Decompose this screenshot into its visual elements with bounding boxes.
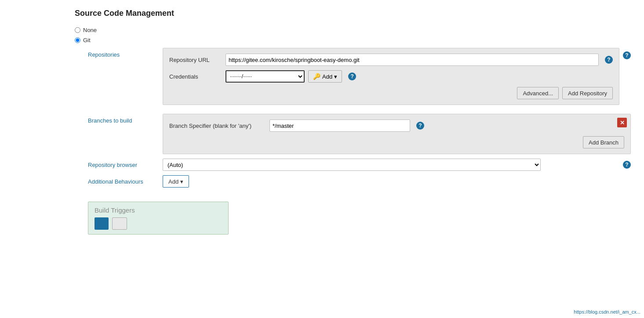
build-triggers-title: Build Triggers: [95, 206, 222, 214]
repo-buttons-row: Advanced... Add Repository: [169, 87, 613, 99]
add-credentials-label: Add: [322, 73, 332, 80]
repositories-label: Repositories: [88, 48, 163, 58]
repo-browser-help-icon[interactable]: ?: [623, 161, 631, 169]
watermark: https://blog.csdn.net/i_am_cx...: [574, 309, 640, 314]
repo-browser-select[interactable]: (Auto): [163, 159, 541, 171]
repo-url-help-icon[interactable]: ?: [605, 56, 613, 64]
credentials-label: Credentials: [169, 73, 222, 80]
branch-specifier-label: Branch Specifier (blank for 'any'): [169, 123, 266, 129]
branches-row: Branches to build ✕ Branch Specifier (bl…: [88, 114, 631, 154]
repositories-content: Repository URL ? Credentials ········/··…: [163, 48, 619, 109]
branches-box: ✕ Branch Specifier (blank for 'any') ? A…: [163, 114, 631, 154]
additional-behaviours-label: Additional Behaviours: [88, 178, 163, 185]
additional-add-button[interactable]: Add ▾: [163, 175, 189, 188]
build-triggers-btn1[interactable]: [95, 217, 109, 230]
build-triggers-section: Build Triggers: [88, 202, 229, 235]
page-title: Source Code Management: [75, 9, 631, 18]
build-triggers-btn2[interactable]: [112, 217, 127, 230]
branch-specifier-help-icon[interactable]: ?: [416, 122, 424, 130]
additional-add-chevron: ▾: [180, 178, 183, 185]
repo-box: Repository URL ? Credentials ········/··…: [163, 48, 619, 105]
branch-specifier-input[interactable]: [269, 119, 410, 132]
branches-buttons-row: Add Branch: [169, 136, 624, 148]
additional-behaviours-row: Additional Behaviours Add ▾: [88, 175, 631, 188]
credentials-row: Credentials ········/······ 🔑 Add ▾ ?: [169, 70, 613, 83]
radio-none[interactable]: None: [75, 27, 631, 33]
repo-browser-row: Repository browser (Auto) ?: [88, 159, 631, 171]
radio-git[interactable]: Git: [75, 37, 631, 43]
radio-none-input[interactable]: [75, 27, 80, 33]
add-credentials-chevron: ▾: [334, 73, 337, 80]
advanced-button[interactable]: Advanced...: [517, 87, 559, 99]
additional-behaviours-content: Add ▾: [163, 175, 189, 188]
repositories-row: Repositories Repository URL ? Credential…: [88, 48, 631, 109]
git-section: Repositories Repository URL ? Credential…: [88, 48, 631, 235]
repo-browser-content: (Auto): [163, 159, 619, 171]
page-wrapper: Source Code Management None Git Reposito…: [0, 0, 644, 318]
repo-url-input[interactable]: [226, 54, 599, 66]
radio-git-label: Git: [83, 37, 91, 43]
radio-none-label: None: [83, 27, 97, 33]
branches-content: ✕ Branch Specifier (blank for 'any') ? A…: [163, 114, 631, 154]
repo-url-row: Repository URL ?: [169, 54, 613, 66]
add-repository-button[interactable]: Add Repository: [562, 87, 613, 99]
branches-label: Branches to build: [88, 114, 163, 124]
remove-branch-button[interactable]: ✕: [617, 118, 627, 127]
radio-git-input[interactable]: [75, 37, 80, 43]
branch-specifier-row: Branch Specifier (blank for 'any') ?: [169, 119, 624, 132]
additional-add-label: Add: [168, 178, 178, 185]
repositories-help-icon[interactable]: ?: [623, 51, 631, 59]
credentials-help-icon[interactable]: ?: [348, 72, 356, 80]
add-credentials-button[interactable]: 🔑 Add ▾: [308, 70, 342, 83]
build-triggers-buttons: [95, 217, 222, 230]
add-branch-button[interactable]: Add Branch: [583, 136, 624, 148]
credentials-select[interactable]: ········/······: [226, 70, 305, 83]
key-icon: 🔑: [313, 73, 320, 80]
repo-browser-label: Repository browser: [88, 162, 163, 168]
repo-url-label: Repository URL: [169, 57, 222, 63]
